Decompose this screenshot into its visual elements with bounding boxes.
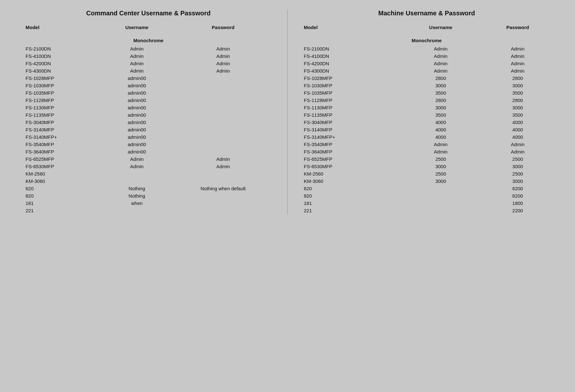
right-section: Machine Username & Password Model Userna… bbox=[291, 10, 562, 214]
cell-password: 2800 bbox=[479, 74, 556, 82]
table-row: 181when bbox=[19, 200, 278, 207]
table-row: KM-3060 bbox=[19, 177, 278, 185]
cell-password bbox=[169, 148, 278, 155]
cell-password: Admin bbox=[479, 52, 556, 60]
cell-password: 3500 bbox=[479, 111, 556, 119]
cell-model: FS-1035MFP bbox=[297, 89, 402, 97]
cell-username: 2800 bbox=[402, 74, 480, 82]
cell-model: 181 bbox=[19, 200, 105, 207]
cell-username: Admin bbox=[105, 163, 169, 170]
table-row: FS-1130MFP30003000 bbox=[297, 104, 556, 111]
cell-username: Admin bbox=[105, 60, 169, 67]
cell-model: FS-1028MFP bbox=[19, 74, 105, 82]
table-row: FS-4100DNAdminAdmin bbox=[19, 52, 278, 60]
cell-username: Admin bbox=[402, 60, 480, 67]
cell-username: Admin bbox=[402, 52, 480, 60]
cell-model: FS-1135MFP bbox=[19, 111, 105, 119]
cell-password: Admin bbox=[169, 67, 278, 74]
cell-model: 820 bbox=[297, 192, 402, 200]
cell-password: 4000 bbox=[479, 119, 556, 126]
cell-username: Admin bbox=[105, 67, 169, 74]
cell-username: admin00 bbox=[105, 97, 169, 104]
cell-password bbox=[169, 177, 278, 185]
cell-username bbox=[105, 177, 169, 185]
cell-password: 4000 bbox=[479, 133, 556, 141]
cell-username: 4000 bbox=[402, 126, 480, 133]
table-row: FS-6525MFPAdminAdmin bbox=[19, 155, 278, 163]
right-col-password: Password bbox=[479, 23, 556, 33]
cell-model: FS-1035MFP bbox=[19, 89, 105, 97]
table-row: FS-3140MFP+40004000 bbox=[297, 133, 556, 141]
table-row: FS-1130MFPadmin00 bbox=[19, 104, 278, 111]
cell-username: when bbox=[105, 200, 169, 207]
table-row: 1811800 bbox=[297, 200, 556, 207]
table-row: FS-3040MFP40004000 bbox=[297, 119, 556, 126]
table-row: FS-4100DNAdminAdmin bbox=[297, 52, 556, 60]
cell-password bbox=[169, 170, 278, 177]
right-col-model: Model bbox=[297, 23, 402, 33]
cell-model: FS-3140MFP bbox=[297, 126, 402, 133]
cell-password: Admin bbox=[169, 163, 278, 170]
cell-username: admin00 bbox=[105, 82, 169, 89]
left-header-row: Model Username Password bbox=[19, 23, 278, 33]
cell-model: FS-1030MFP bbox=[19, 82, 105, 89]
cell-username: admin00 bbox=[105, 126, 169, 133]
table-row: KM-256025002500 bbox=[297, 170, 556, 177]
cell-password: 3000 bbox=[479, 104, 556, 111]
table-row: FS-3040MFPadmin00 bbox=[19, 119, 278, 126]
table-row: FS-3140MFP40004000 bbox=[297, 126, 556, 133]
cell-model: FS-1128MFP bbox=[297, 97, 402, 104]
cell-username: Nothing bbox=[105, 192, 169, 200]
right-table: Model Username Password MonochromeFS-210… bbox=[297, 23, 556, 214]
cell-password: Admin bbox=[169, 155, 278, 163]
cell-username: 2500 bbox=[402, 170, 480, 177]
cell-password: 2500 bbox=[479, 155, 556, 163]
cell-username: admin00 bbox=[105, 104, 169, 111]
table-row: FS-3640MFPadmin00 bbox=[19, 148, 278, 155]
table-row: FS-4300DNAdminAdmin bbox=[297, 67, 556, 74]
table-row: FS-1135MFPadmin00 bbox=[19, 111, 278, 119]
table-row: FS-1030MFP30003000 bbox=[297, 82, 556, 89]
table-row: FS-3640MFPAdminAdmin bbox=[297, 148, 556, 155]
cell-model: FS-2100DN bbox=[19, 45, 105, 52]
cell-password: 4000 bbox=[479, 126, 556, 133]
cell-password bbox=[169, 126, 278, 133]
cell-password: 2800 bbox=[479, 97, 556, 104]
cell-model: FS-3540MFP bbox=[297, 141, 402, 148]
cell-username: 4000 bbox=[402, 119, 480, 126]
cell-password: 6200 bbox=[479, 185, 556, 192]
cell-password: 3000 bbox=[479, 177, 556, 185]
cell-model: 221 bbox=[19, 207, 105, 214]
left-col-username: Username bbox=[105, 23, 169, 33]
table-row: 620NothingNothing when default bbox=[19, 185, 278, 192]
cell-model: 181 bbox=[297, 200, 402, 207]
cell-username: 3000 bbox=[402, 104, 480, 111]
cell-model: KM-2560 bbox=[19, 170, 105, 177]
cell-password bbox=[169, 97, 278, 104]
cell-password bbox=[169, 104, 278, 111]
cell-password bbox=[169, 119, 278, 126]
cell-model: FS-6525MFP bbox=[19, 155, 105, 163]
cell-model: FS-1128MFP bbox=[19, 97, 105, 104]
cell-password bbox=[169, 89, 278, 97]
cell-username: Admin bbox=[402, 67, 480, 74]
cell-model: FS-1130MFP bbox=[297, 104, 402, 111]
cell-username: admin00 bbox=[105, 74, 169, 82]
cell-password bbox=[169, 141, 278, 148]
table-row: FS-4200DNAdminAdmin bbox=[297, 60, 556, 67]
table-row: FS-3140MFP+admin00 bbox=[19, 133, 278, 141]
cell-model: FS-6530MFP bbox=[19, 163, 105, 170]
cell-password: 1800 bbox=[479, 200, 556, 207]
cell-model: KM-3060 bbox=[19, 177, 105, 185]
cell-password bbox=[169, 200, 278, 207]
category-row: Monochrome bbox=[19, 33, 278, 45]
left-section: Command Center Username & Password Model… bbox=[13, 10, 284, 214]
cell-username: 2800 bbox=[402, 97, 480, 104]
cell-model: FS-3640MFP bbox=[19, 148, 105, 155]
cell-model: FS-3140MFP bbox=[19, 126, 105, 133]
table-row: 6206200 bbox=[297, 185, 556, 192]
left-section-title: Command Center Username & Password bbox=[19, 10, 278, 17]
cell-model: 620 bbox=[19, 185, 105, 192]
table-row: FS-1030MFPadmin00 bbox=[19, 82, 278, 89]
cell-model: 820 bbox=[19, 192, 105, 200]
